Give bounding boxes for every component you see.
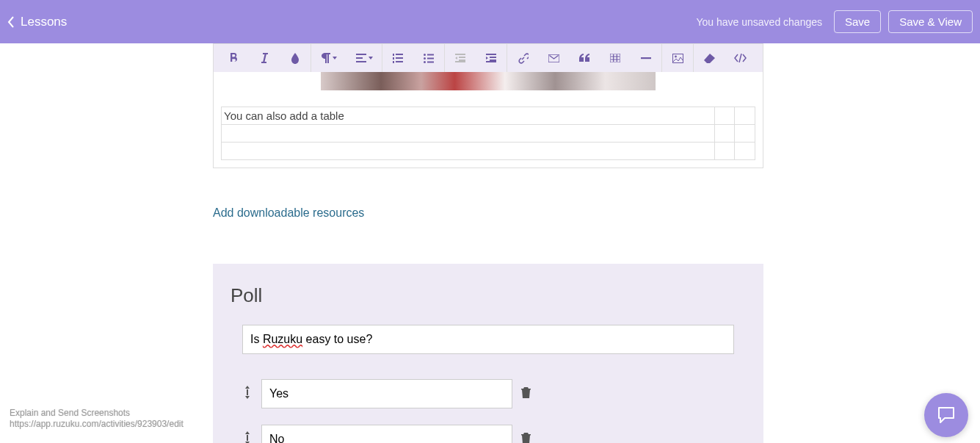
- svg-rect-3: [641, 57, 651, 59]
- image-icon: [672, 54, 683, 63]
- top-bar: Lessons You have unsaved changes Save Sa…: [0, 0, 980, 43]
- minus-icon: [641, 57, 651, 60]
- chat-icon: [936, 405, 957, 425]
- ordered-list-icon: [393, 54, 403, 63]
- envelope-icon: [548, 54, 559, 62]
- poll-question-text-mid: Ruzuku: [263, 333, 302, 345]
- svg-point-0: [424, 54, 426, 56]
- svg-point-1: [424, 57, 426, 60]
- indent-button[interactable]: [476, 44, 507, 72]
- poll-question-input[interactable]: Is Ruzuku easy to use?: [242, 325, 734, 354]
- poll-option-input[interactable]: [261, 425, 512, 443]
- quote-icon: [579, 54, 589, 62]
- inline-image[interactable]: [321, 72, 656, 90]
- trash-icon: [521, 433, 531, 444]
- ordered-list-button[interactable]: [382, 44, 413, 72]
- table-row[interactable]: You can also add a table: [222, 107, 755, 125]
- caption-line2: https://app.ruzuku.com/activities/923903…: [10, 419, 184, 430]
- delete-option-button[interactable]: [521, 387, 534, 401]
- italic-icon: [261, 53, 268, 63]
- eraser-icon: [704, 54, 715, 63]
- code-view-button[interactable]: [725, 44, 755, 72]
- indent-icon: [486, 54, 496, 62]
- align-left-icon: [356, 54, 366, 62]
- table-button[interactable]: [600, 44, 631, 72]
- caption-line1: Explain and Send Screenshots: [10, 408, 184, 419]
- poll-option-row: [244, 379, 746, 408]
- svg-point-2: [424, 61, 426, 63]
- paragraph-format-button[interactable]: [311, 44, 346, 72]
- table-cell[interactable]: [735, 107, 755, 125]
- trash-icon: [521, 387, 531, 398]
- editor-panel: You can also add a table: [213, 43, 763, 168]
- tint-icon: [291, 53, 300, 64]
- table-cell[interactable]: [735, 125, 755, 143]
- poll-question-text-prefix: Is: [250, 333, 263, 345]
- table-row[interactable]: [222, 143, 755, 160]
- svg-point-5: [675, 55, 677, 57]
- screenshot-caption: Explain and Send Screenshots https://app…: [10, 408, 184, 430]
- code-icon: [734, 54, 747, 62]
- unordered-list-icon: [424, 54, 434, 63]
- delete-option-button[interactable]: [521, 433, 534, 444]
- back-label: Lessons: [21, 15, 67, 29]
- table-icon: [610, 54, 620, 62]
- table-row[interactable]: [222, 125, 755, 143]
- table-cell[interactable]: [222, 125, 715, 143]
- email-button[interactable]: [538, 44, 569, 72]
- unordered-list-button[interactable]: [413, 44, 444, 72]
- quote-button[interactable]: [569, 44, 600, 72]
- outdent-icon: [455, 54, 465, 62]
- outdent-button[interactable]: [445, 44, 476, 72]
- horizontal-rule-button[interactable]: [631, 44, 661, 72]
- chevron-left-icon: [7, 16, 15, 28]
- link-button[interactable]: [507, 44, 538, 72]
- image-button[interactable]: [662, 44, 693, 72]
- link-icon: [518, 53, 529, 64]
- poll-question-text-suffix: easy to use?: [302, 333, 372, 345]
- align-button[interactable]: [346, 44, 382, 72]
- italic-button[interactable]: [249, 44, 280, 72]
- save-button[interactable]: Save: [834, 10, 881, 33]
- table-cell[interactable]: [714, 107, 735, 125]
- editor-toolbar: [214, 44, 763, 72]
- table-cell[interactable]: [222, 143, 715, 160]
- unsaved-changes-text: You have unsaved changes: [697, 16, 823, 28]
- bold-icon: [229, 53, 239, 63]
- poll-option-input[interactable]: [261, 379, 512, 408]
- main-content: You can also add a table Add downloadabl…: [213, 43, 763, 443]
- drag-handle-icon[interactable]: [244, 386, 253, 402]
- poll-title: Poll: [231, 284, 746, 307]
- table-cell[interactable]: [714, 143, 735, 160]
- help-chat-button[interactable]: [924, 393, 968, 437]
- text-color-button[interactable]: [280, 44, 311, 72]
- table-cell[interactable]: [714, 125, 735, 143]
- bold-button[interactable]: [218, 44, 249, 72]
- add-downloadable-resources-link[interactable]: Add downloadable resources: [213, 206, 763, 220]
- clear-format-button[interactable]: [694, 44, 725, 72]
- poll-panel: Poll Is Ruzuku easy to use?: [213, 264, 763, 443]
- poll-option-row: [244, 425, 746, 443]
- table-cell[interactable]: [735, 143, 755, 160]
- drag-handle-icon[interactable]: [244, 431, 253, 443]
- pilcrow-icon: [322, 53, 330, 63]
- editor-table[interactable]: You can also add a table: [221, 107, 755, 160]
- save-and-view-button[interactable]: Save & View: [888, 10, 973, 33]
- back-to-lessons-button[interactable]: Lessons: [7, 15, 67, 29]
- table-cell[interactable]: You can also add a table: [222, 107, 715, 125]
